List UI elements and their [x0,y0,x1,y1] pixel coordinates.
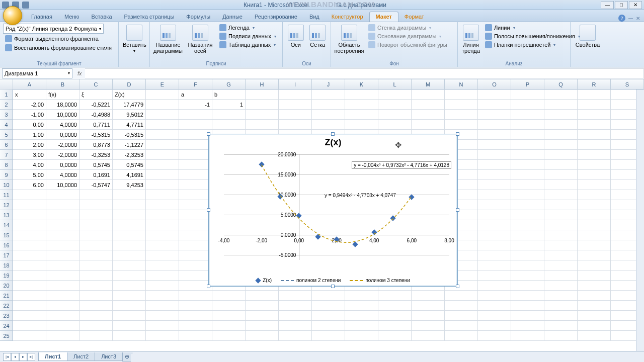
cell[interactable] [544,140,578,150]
cell[interactable] [146,180,179,190]
3d-rotation-button[interactable]: Поворот объемной фигуры [366,41,449,49]
cell[interactable] [478,180,511,190]
cell[interactable] [179,240,212,250]
cell[interactable] [412,321,445,331]
resize-handle[interactable] [331,285,335,288]
cell[interactable] [511,130,544,140]
cell[interactable] [412,291,445,301]
cell[interactable] [544,200,578,210]
select-all-corner[interactable] [0,79,13,89]
cell[interactable] [412,120,445,130]
column-header[interactable]: A [13,79,46,89]
cell[interactable] [113,240,146,250]
row-header[interactable]: 12 [0,200,13,210]
tab-home[interactable]: Главная [25,12,58,22]
column-header[interactable]: G [212,79,246,89]
cell[interactable] [179,180,212,190]
chart-element-selector[interactable]: Ряд "Z(x)" Линия тренда 2 Формула▾ [3,24,104,34]
cell[interactable] [146,100,179,110]
row-header[interactable]: 2 [0,100,13,110]
cell[interactable] [279,100,312,110]
cell[interactable]: -1 [179,100,212,110]
cell[interactable]: -2,0000 [46,150,79,160]
row-header[interactable]: 6 [0,140,13,150]
cell[interactable] [478,250,511,260]
cell[interactable] [544,250,578,260]
cell[interactable] [478,140,511,150]
cell[interactable] [578,301,611,311]
tab-review[interactable]: Рецензирование [249,12,303,22]
cell[interactable]: 4,00 [13,160,46,170]
cell[interactable] [578,100,611,110]
cell[interactable] [113,270,146,281]
sheet-tab[interactable]: Лист2 [67,352,95,361]
fx-icon[interactable]: fx [77,70,82,76]
row-header[interactable]: 20 [0,281,13,291]
cell[interactable] [578,260,611,270]
cell[interactable]: 6,00 [13,180,46,190]
cell[interactable] [146,140,179,150]
cell[interactable] [146,331,179,341]
axis-titles-button[interactable]: Названия осей [185,24,215,55]
tab-insert[interactable]: Вставка [86,12,118,22]
properties-button[interactable]: Свойства [574,24,602,49]
cell[interactable] [478,301,511,311]
cell[interactable]: -0,4988 [79,110,113,120]
cell[interactable] [179,291,212,301]
cell[interactable] [478,120,511,130]
cell[interactable] [146,230,179,240]
cell[interactable] [478,220,511,230]
axes-button[interactable]: Оси [286,24,306,49]
column-header[interactable]: O [478,79,511,89]
cell[interactable]: -0,5315 [113,130,146,140]
insert-button[interactable]: Вставить▾ [122,24,147,54]
cell[interactable] [578,281,611,291]
cell[interactable] [179,140,212,150]
cell[interactable] [578,140,611,150]
cell[interactable] [544,240,578,250]
cell[interactable] [246,89,279,100]
column-header[interactable]: E [146,79,179,89]
cell[interactable] [511,260,544,270]
cell[interactable]: 0,00 [13,120,46,130]
cell[interactable] [478,281,511,291]
row-header[interactable]: 4 [0,120,13,130]
cell[interactable] [279,331,312,341]
cell[interactable]: 4,1691 [113,170,146,180]
column-header[interactable]: F [179,79,212,89]
cell[interactable] [113,190,146,200]
cell[interactable] [146,89,179,100]
doc-close-icon[interactable]: ✕ [636,16,640,21]
cell[interactable] [511,321,544,331]
cell[interactable] [13,321,46,331]
cell[interactable] [312,110,345,120]
chart-floor-button[interactable]: Основание диаграммы [366,32,449,40]
cell[interactable] [511,140,544,150]
column-header[interactable]: H [246,79,279,89]
cell[interactable] [478,331,511,341]
cell[interactable] [544,120,578,130]
cell[interactable]: a [179,89,212,100]
row-header[interactable]: 22 [0,301,13,311]
plot-area-button[interactable]: Область построения [334,24,364,55]
cell[interactable] [312,301,345,311]
cell[interactable] [46,240,79,250]
cell[interactable] [511,210,544,220]
cell[interactable] [246,301,279,311]
row-header[interactable]: 7 [0,150,13,160]
cell[interactable] [578,321,611,331]
cell[interactable]: Z(x) [113,89,146,100]
help-icon[interactable]: ? [618,15,625,22]
cell[interactable] [46,190,79,200]
row-header[interactable]: 17 [0,250,13,260]
cell[interactable] [46,250,79,260]
cell[interactable] [478,190,511,200]
cell[interactable]: 9,4253 [113,180,146,190]
cell[interactable] [246,110,279,120]
cell[interactable] [246,311,279,321]
sheet-nav-prev[interactable]: ◂ [11,353,19,361]
cell[interactable] [146,321,179,331]
cell[interactable] [544,210,578,220]
cell[interactable] [511,120,544,130]
cell[interactable] [345,331,378,341]
